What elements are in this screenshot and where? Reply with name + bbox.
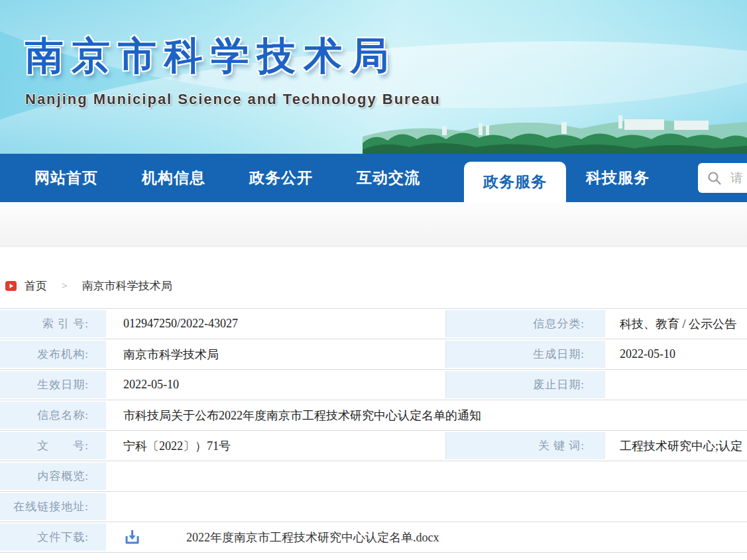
- site-title-chinese: 南京市科学技术局: [25, 30, 396, 82]
- info-category-label: 信息分类:: [445, 310, 604, 337]
- main-navigation: 网站首页 机构信息 政务公开 互动交流 政务服务 科技服务: [0, 154, 747, 202]
- content-overview-value: [106, 463, 747, 490]
- online-link-label: 在线链接地址:: [0, 493, 106, 520]
- content-overview-label: 内容概览:: [0, 463, 106, 490]
- info-title-label: 信息名称:: [0, 402, 106, 429]
- table-row: 信息名称: 市科技局关于公布2022年度南京市工程技术研究中心认定名单的通知: [0, 400, 747, 431]
- info-category-value: 科技、教育 / 公示公告: [604, 310, 747, 337]
- nav-item-interaction[interactable]: 互动交流: [357, 168, 420, 188]
- site-title-english: Nanjing Municipal Science and Technology…: [25, 91, 441, 108]
- keywords-label: 关 键 词:: [445, 432, 604, 459]
- nav-item-gov-disclosure[interactable]: 政务公开: [249, 168, 313, 188]
- table-row: 文 号: 宁科〔2022〕）71号 关 键 词: 工程技术研究中心;认定: [0, 431, 747, 461]
- document-number-value: 宁科〔2022〕）71号: [106, 432, 445, 459]
- index-number-label: 索 引 号:: [0, 310, 106, 337]
- effective-date-value: 2022-05-10: [106, 371, 445, 398]
- document-info-table: 索 引 号: 012947250/2022-43027 信息分类: 科技、教育 …: [0, 308, 747, 553]
- breadcrumb-play-icon: [5, 280, 17, 292]
- nav-item-tech-services[interactable]: 科技服务: [586, 168, 650, 188]
- online-link-value: [106, 493, 747, 520]
- table-row: 索 引 号: 012947250/2022-43027 信息分类: 科技、教育 …: [0, 309, 747, 339]
- creation-date-label: 生成日期:: [445, 341, 604, 368]
- index-number-value: 012947250/2022-43027: [106, 310, 445, 337]
- breadcrumb-current-page: 南京市科学技术局: [82, 278, 172, 294]
- nav-item-home[interactable]: 网站首页: [34, 168, 98, 188]
- breadcrumb-home-link[interactable]: 首页: [25, 278, 47, 294]
- header-banner: 南京市科学技术局 Nanjing Municipal Science and T…: [0, 0, 747, 154]
- effective-date-label: 生效日期:: [0, 371, 106, 398]
- search-icon: [707, 170, 722, 186]
- info-title-value: 市科技局关于公布2022年度南京市工程技术研究中心认定名单的通知: [106, 402, 747, 429]
- keywords-value: 工程技术研究中心;认定: [604, 432, 747, 459]
- download-file-name[interactable]: 2022年度南京市工程技术研究中心认定名单.docx: [186, 530, 439, 545]
- expiry-date-value: [604, 371, 747, 398]
- table-row: 生效日期: 2022-05-10 废止日期:: [0, 370, 747, 400]
- issuing-agency-value: 南京市科学技术局: [106, 341, 445, 368]
- document-number-label: 文 号:: [0, 432, 106, 459]
- search-box[interactable]: [698, 163, 747, 193]
- file-download-label: 文件下载:: [0, 524, 106, 551]
- download-icon[interactable]: [123, 528, 141, 546]
- issuing-agency-label: 发布机构:: [0, 341, 106, 368]
- nav-item-gov-services-active[interactable]: 政务服务: [464, 162, 566, 202]
- table-row: 内容概览:: [0, 461, 747, 492]
- breadcrumb: 首页 > 南京市科学技术局: [5, 278, 747, 294]
- nav-item-org-info[interactable]: 机构信息: [142, 168, 205, 188]
- breadcrumb-separator: >: [62, 280, 67, 292]
- sub-band: [0, 202, 747, 247]
- table-row: 发布机构: 南京市科学技术局 生成日期: 2022-05-10: [0, 339, 747, 370]
- table-row: 在线链接地址:: [0, 492, 747, 522]
- expiry-date-label: 废止日期:: [445, 371, 604, 398]
- search-input[interactable]: [730, 171, 747, 186]
- page: 南京市科学技术局 Nanjing Municipal Science and T…: [0, 0, 747, 560]
- table-row: 文件下载: 2022年度南京市工程技术研究中心认定名单.docx: [0, 522, 747, 553]
- creation-date-value: 2022-05-10: [604, 341, 747, 368]
- download-file-link[interactable]: 2022年度南京市工程技术研究中心认定名单.docx: [123, 528, 439, 546]
